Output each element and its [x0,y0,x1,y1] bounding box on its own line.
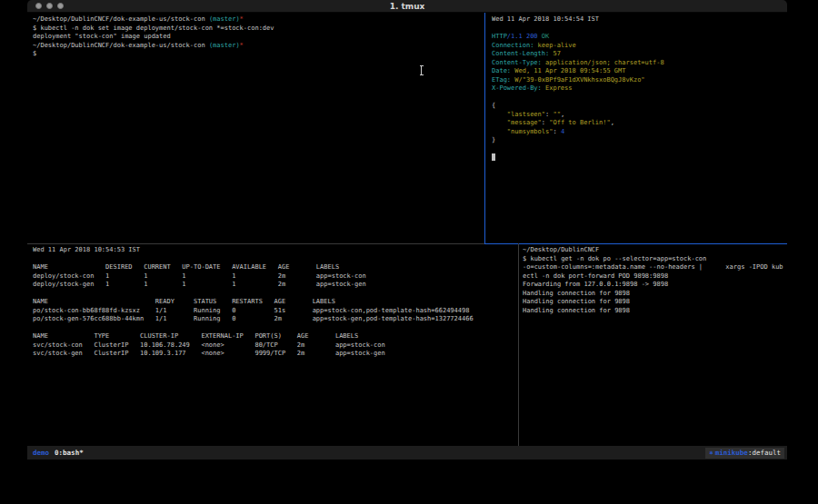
terminal-line: ~/Desktop/DublinCNCF/dok-example-us/stoc… [33,42,484,51]
pane-top-right-http-response[interactable]: Wed 11 Apr 2018 10:54:54 IST HTTP/1.1 20… [492,15,787,242]
terminal-line: HTTP/1.1 200 OK [492,33,787,42]
terminal-line [492,94,787,103]
zoom-button[interactable] [57,3,64,9]
terminal-line: X-Powered-By: Express [492,84,787,94]
terminal-line: Connection: keep-alive [492,42,787,51]
terminal-line: Handling connection for 9898 [523,298,787,307]
terminal-line [33,290,517,299]
terminal-line: Handling connection for 9898 [523,290,787,299]
kubernetes-helm-icon: ⎈ [709,449,713,457]
terminal-line: } [492,136,787,145]
terminal-line [492,145,787,154]
terminal-line: NAME READY STATUS RESTARTS AGE LABELS [33,298,517,307]
window-title: 1. tmux [27,0,787,13]
terminal-line: po/stock-gen-576cc688bb-44kmn 1/1 Runnin… [33,315,517,324]
terminal-line: "message": "Off to Berlin!", [492,119,787,128]
terminal-line: -o=custom-columns=:metadata.name --no-he… [523,263,787,272]
terminal-line: Date: Wed, 11 Apr 2018 09:54:55 GMT [492,67,787,76]
terminal-line: { [492,102,787,111]
terminal-line: "lastseen": "", [492,111,787,120]
terminal-line [492,153,787,163]
pane-bottom-left-kubectl-watch[interactable]: Wed 11 Apr 2018 10:54:53 IST NAME DESIRE… [33,246,517,444]
terminal-line: deploy/stock-con 1 1 1 1 2m app=stock-co… [33,272,517,282]
terminal-line: ectl -n dok port-forward POD 9898:9898 [523,272,787,282]
terminal-line: Wed 11 Apr 2018 10:54:54 IST [492,15,787,25]
terminal-line: po/stock-con-bb68f88fd-kzsxz 1/1 Running… [33,307,517,316]
terminal-line: NAME TYPE CLUSTER-IP EXTERNAL-IP PORT(S)… [33,332,517,341]
terminal-line: deploy/stock-gen 1 1 1 1 2m app=stock-ge… [33,281,517,290]
pane-divider-horizontal-left[interactable] [27,243,484,244]
pane-divider-horizontal-right-active[interactable] [484,243,787,244]
traffic-lights [35,3,64,9]
pane-divider-vertical-bottom[interactable] [518,243,519,446]
minimize-button[interactable] [46,3,53,9]
terminal-line: $ kubectl get -n dok po --selector=app=s… [523,255,787,264]
window-indicator[interactable]: 0:bash* [55,449,84,457]
terminal-line [492,25,787,34]
terminal-line: svc/stock-gen ClusterIP 10.109.3.177 <no… [33,350,517,359]
kube-namespace: :default [748,449,781,457]
terminal-line [33,324,517,333]
terminal-line: ~/Desktop/DublinCNCF/dok-example-us/stoc… [33,15,484,25]
terminal-line: Forwarding from 127.0.0.1:9898 -> 9898 [523,281,787,290]
terminal-line: Handling connection for 9898 [523,307,787,316]
terminal-line: deployment "stock-con" image updated [33,33,484,42]
kube-context: minikube [715,449,748,457]
terminal-line: Content-Length: 57 [492,50,787,59]
terminal-line: Content-Type: application/json; charset=… [492,59,787,68]
pane-top-left-shell[interactable]: ~/Desktop/DublinCNCF/dok-example-us/stoc… [33,15,484,242]
close-button[interactable] [35,3,42,9]
tmux-status-bar: demo0:bash* ⎈minikube:default [27,446,787,460]
terminal-line: $ [33,50,484,59]
pane-bottom-right-port-forward[interactable]: ~/Desktop/DublinCNCF$ kubectl get -n dok… [523,246,787,444]
title-bar[interactable]: 1. tmux [27,0,787,13]
terminal-line: NAME DESIRED CURRENT UP-TO-DATE AVAILABL… [33,263,517,272]
session-name: demo [33,449,49,457]
kube-status: ⎈minikube:default [705,448,784,459]
terminal-line: ETag: W/"39-0xBPf9aF1dXVNkhsxoBQgJ8vKzo" [492,76,787,85]
pane-divider-vertical-top[interactable] [484,13,485,243]
terminal-line: $ kubectl -n dok set image deployment/st… [33,25,484,34]
terminal-line [33,255,517,264]
terminal-line: Wed 11 Apr 2018 10:54:53 IST [33,246,517,255]
terminal-line: ~/Desktop/DublinCNCF [523,246,787,255]
terminal-line: "numsymbols": 4 [492,128,787,137]
terminal-window: 1. tmux ~/Desktop/DublinCNCF/dok-example… [27,0,787,460]
mouse-ibeam-cursor [418,65,424,75]
terminal-line: svc/stock-con ClusterIP 10.106.78.249 <n… [33,341,517,351]
